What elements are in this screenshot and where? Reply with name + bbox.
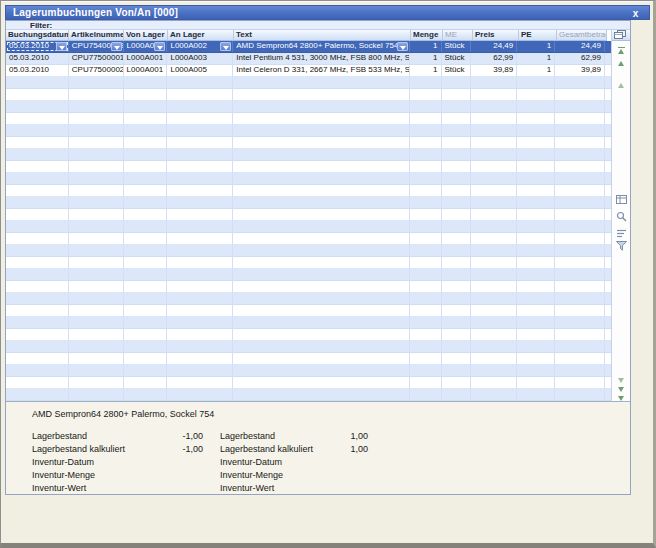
table-row-empty <box>6 329 611 341</box>
cell-an_lager[interactable]: L000A002 <box>167 41 233 52</box>
cell-buchungsdatum <box>6 185 69 196</box>
table-row[interactable]: 05.03.2010CPU77500002L000A001L000A005Int… <box>6 65 611 77</box>
cell-me[interactable]: Stück <box>442 65 472 76</box>
column-header-gesamtbetrag[interactable]: Gesamtbetrag <box>557 30 607 41</box>
page-down-button[interactable] <box>615 378 627 383</box>
table-row-empty <box>6 293 611 305</box>
cell-menge[interactable]: 1 <box>410 65 442 76</box>
table-row-empty <box>6 377 611 389</box>
title-bar[interactable]: Lagerumbuchungen Von/An [000] x <box>5 5 650 20</box>
cell-me <box>442 221 472 232</box>
column-header-pe[interactable]: PE <box>519 30 557 41</box>
cell-menge[interactable]: 1 <box>410 41 442 52</box>
cell-buchungsdatum[interactable]: 05.03.2010 <box>6 65 69 76</box>
cell-artikelnummer[interactable]: CPU77500002 <box>69 65 124 76</box>
cell-text <box>233 305 409 316</box>
filter-bar[interactable]: Filter: <box>6 21 630 30</box>
table-row-empty <box>6 101 611 113</box>
cell-artikelnummer <box>69 197 124 208</box>
cell-gesamtbetrag[interactable]: 39,89 <box>555 65 605 76</box>
cell-von_lager[interactable]: L000A001 <box>124 53 168 64</box>
cell-an_lager <box>167 113 233 124</box>
go-to-first-row-button[interactable] <box>615 46 627 54</box>
dropdown-button[interactable] <box>397 42 408 51</box>
cell-preis[interactable]: 62,99 <box>471 53 517 64</box>
cell-von_lager <box>124 389 168 400</box>
cell-me[interactable]: Stück <box>442 53 472 64</box>
cell-gesamtbetrag <box>555 149 605 160</box>
table-row-empty <box>6 161 611 173</box>
cell-text[interactable]: AMD Sempron64 2800+ Palermo, Sockel 754 <box>233 41 409 52</box>
cell-von_lager <box>124 257 168 268</box>
column-header-an_lager[interactable]: An Lager <box>168 30 234 41</box>
cell-gesamtbetrag[interactable]: 24,49 <box>555 41 605 52</box>
cell-an_lager <box>167 245 233 256</box>
cell-von_lager[interactable]: L000A001 <box>124 41 168 52</box>
cell-buchungsdatum[interactable]: 05.03.2010 <box>6 53 69 64</box>
cell-artikelnummer[interactable]: CPU75400003 <box>69 41 124 52</box>
close-button[interactable]: x <box>629 7 642 20</box>
cell-me <box>442 149 472 160</box>
column-header-text[interactable]: Text <box>234 30 411 41</box>
column-settings-button[interactable] <box>615 195 627 205</box>
cell-preis <box>471 149 517 160</box>
column-header-me[interactable]: ME <box>443 30 473 41</box>
cell-pe[interactable]: 1 <box>517 41 555 52</box>
column-chooser-button[interactable] <box>614 30 626 40</box>
table-row-empty <box>6 365 611 377</box>
cell-me[interactable]: Stück <box>442 41 472 52</box>
column-header-buchungsdatum[interactable]: Buchungsdatum <box>6 30 69 41</box>
cell-preis[interactable]: 39,89 <box>471 65 517 76</box>
dropdown-button[interactable] <box>111 42 122 51</box>
cell-buchungsdatum <box>6 329 69 340</box>
cell-an_lager[interactable]: L000A003 <box>167 53 233 64</box>
cell-an_lager[interactable]: L000A005 <box>167 65 233 76</box>
table-row[interactable]: 05.03.2010CPU75400003L000A001L000A002AMD… <box>6 41 611 53</box>
cell-preis[interactable]: 24,49 <box>471 41 517 52</box>
detail-field-row: Inventur-Datum <box>220 456 368 469</box>
cell-artikelnummer <box>69 209 124 220</box>
page-up-button[interactable] <box>615 83 627 88</box>
cell-pe[interactable]: 1 <box>517 65 555 76</box>
cell-pe <box>517 221 555 232</box>
dropdown-button[interactable] <box>56 42 67 51</box>
cell-me <box>442 173 472 184</box>
row-up-button[interactable] <box>615 61 627 66</box>
cell-an_lager <box>167 293 233 304</box>
column-header-preis[interactable]: Preis <box>473 30 519 41</box>
table-row-empty <box>6 389 611 401</box>
column-header-menge[interactable]: Menge <box>411 30 443 41</box>
search-button[interactable] <box>615 211 627 222</box>
row-down-button[interactable] <box>615 387 627 392</box>
cell-text[interactable]: Intel Pentium 4 531, 3000 MHz, FSB 800 M… <box>233 53 409 64</box>
cell-preis <box>471 197 517 208</box>
cell-buchungsdatum <box>6 281 69 292</box>
cell-me <box>442 305 472 316</box>
cell-von_lager[interactable]: L000A001 <box>124 65 168 76</box>
cell-artikelnummer[interactable]: CPU77500001 <box>69 53 124 64</box>
field-label: Lagerbestand <box>32 431 87 441</box>
cell-von_lager <box>124 149 168 160</box>
field-label: Lagerbestand kalkuliert <box>32 444 125 454</box>
dropdown-button[interactable] <box>220 42 231 51</box>
cell-me <box>442 137 472 148</box>
cell-text[interactable]: Intel Celeron D 331, 2667 MHz, FSB 533 M… <box>233 65 409 76</box>
column-header-von_lager[interactable]: Von Lager <box>124 30 168 41</box>
cell-menge <box>410 293 442 304</box>
sort-button[interactable] <box>615 229 627 238</box>
cell-menge[interactable]: 1 <box>410 53 442 64</box>
table-row-empty <box>6 77 611 89</box>
column-header-artikelnummer[interactable]: Artikelnummer <box>69 30 124 41</box>
cell-artikelnummer <box>69 353 124 364</box>
cell-von_lager <box>124 137 168 148</box>
cell-gesamtbetrag[interactable]: 62,99 <box>555 53 605 64</box>
cell-pe[interactable]: 1 <box>517 53 555 64</box>
table-row-empty <box>6 125 611 137</box>
cell-an_lager <box>167 77 233 88</box>
filter-button[interactable] <box>615 241 627 251</box>
cell-buchungsdatum[interactable]: 05.03.2010 <box>6 41 69 52</box>
dropdown-button[interactable] <box>154 42 165 51</box>
table-row-empty <box>6 197 611 209</box>
cell-buchungsdatum <box>6 197 69 208</box>
table-row[interactable]: 05.03.2010CPU77500001L000A001L000A003Int… <box>6 53 611 65</box>
